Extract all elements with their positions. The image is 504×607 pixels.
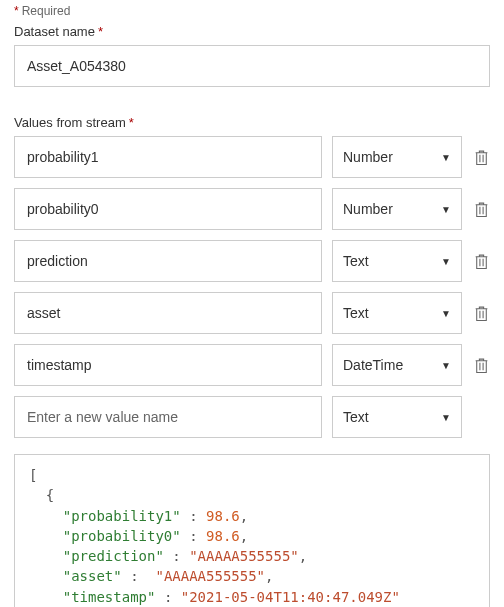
stream-name-input-new[interactable]: [14, 396, 322, 438]
stream-row-new: Text ▼: [14, 396, 490, 438]
trash-icon: [474, 253, 489, 270]
json-value: 98.6: [206, 508, 240, 524]
json-value: 98.6: [206, 528, 240, 544]
stream-type-value: Text: [343, 409, 369, 425]
json-key: "probability0": [63, 528, 181, 544]
stream-row: Text ▼: [14, 292, 490, 334]
stream-rows: Number ▼ Number ▼ Text ▼: [14, 136, 490, 438]
json-preview: [ { "probability1" : 98.6, "probability0…: [14, 454, 490, 607]
trash-icon: [474, 201, 489, 218]
stream-type-value: Text: [343, 253, 369, 269]
chevron-down-icon: ▼: [441, 412, 451, 423]
required-note-text: Required: [22, 4, 71, 18]
required-star-icon: *: [98, 24, 103, 39]
stream-type-select[interactable]: Number ▼: [332, 188, 462, 230]
stream-row: DateTime ▼: [14, 344, 490, 386]
dataset-name-label: Dataset name*: [14, 24, 490, 39]
stream-row: Number ▼: [14, 188, 490, 230]
json-value: "2021-05-04T11:40:47.049Z": [181, 589, 400, 605]
stream-name-input[interactable]: [14, 292, 322, 334]
json-key: "asset": [63, 568, 122, 584]
values-from-stream-label-text: Values from stream: [14, 115, 126, 130]
chevron-down-icon: ▼: [441, 152, 451, 163]
chevron-down-icon: ▼: [441, 256, 451, 267]
stream-row: Number ▼: [14, 136, 490, 178]
stream-name-input[interactable]: [14, 344, 322, 386]
stream-type-select[interactable]: Text ▼: [332, 240, 462, 282]
dataset-name-label-text: Dataset name: [14, 24, 95, 39]
json-key: "probability1": [63, 508, 181, 524]
dataset-name-input[interactable]: [14, 45, 490, 87]
chevron-down-icon: ▼: [441, 204, 451, 215]
stream-type-select[interactable]: Text ▼: [332, 292, 462, 334]
required-star-icon: *: [129, 115, 134, 130]
stream-name-input[interactable]: [14, 188, 322, 230]
stream-type-value: Number: [343, 201, 393, 217]
stream-type-value: Text: [343, 305, 369, 321]
required-note: *Required: [14, 4, 490, 18]
stream-type-value: Number: [343, 149, 393, 165]
trash-icon: [474, 357, 489, 374]
chevron-down-icon: ▼: [441, 360, 451, 371]
required-star-icon: *: [14, 4, 19, 18]
delete-row-button[interactable]: [472, 200, 490, 218]
stream-type-select[interactable]: Text ▼: [332, 396, 462, 438]
delete-row-button[interactable]: [472, 148, 490, 166]
json-key: "timestamp": [63, 589, 156, 605]
trash-icon: [474, 149, 489, 166]
delete-row-button[interactable]: [472, 356, 490, 374]
stream-name-input[interactable]: [14, 240, 322, 282]
stream-name-input[interactable]: [14, 136, 322, 178]
json-key: "prediction": [63, 548, 164, 564]
delete-row-button[interactable]: [472, 304, 490, 322]
stream-row: Text ▼: [14, 240, 490, 282]
delete-row-button[interactable]: [472, 252, 490, 270]
stream-type-value: DateTime: [343, 357, 403, 373]
stream-type-select[interactable]: Number ▼: [332, 136, 462, 178]
json-value: "AAAAA555555": [189, 548, 299, 564]
values-from-stream-label: Values from stream*: [14, 115, 490, 130]
chevron-down-icon: ▼: [441, 308, 451, 319]
trash-icon: [474, 305, 489, 322]
json-value: "AAAAA555555": [155, 568, 265, 584]
stream-type-select[interactable]: DateTime ▼: [332, 344, 462, 386]
